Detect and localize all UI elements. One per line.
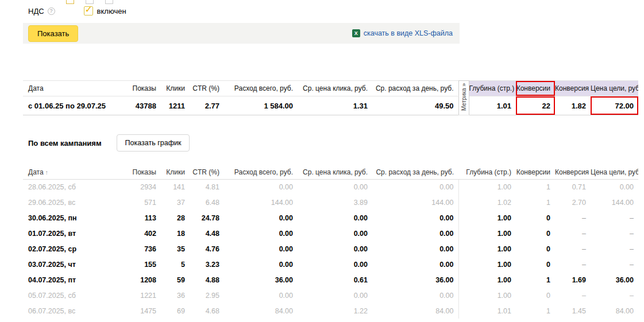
value-cell: – [591,210,638,226]
show-button[interactable]: Показать [28,25,78,42]
date-cell: 05.07.2025, сб [23,288,126,303]
value-cell: – [555,241,591,257]
help-icon[interactable]: ? [48,7,55,15]
detail-header-cell[interactable]: Расход всего, руб. [224,165,298,179]
value-cell: 18 [161,226,190,241]
value-cell: 144.00 [372,195,458,210]
value-cell: 0.00 [372,226,458,241]
summary-value-cell: 43788 [126,96,161,115]
value-cell: – [591,241,638,257]
summary-value-cell: 1 584.00 [224,96,298,115]
value-cell: 59 [161,272,190,288]
value-cell: 3.89 [298,195,372,210]
summary-value-cell: 49.50 [372,96,458,115]
cropped-checkbox[interactable] [105,0,113,4]
value-cell: 4.88 [190,272,224,288]
value-cell: 0.00 [298,241,372,257]
table-row: 29.06.2025, вс571376.48144.003.89144.001… [23,195,638,210]
xls-link-label: скачать в виде XLS-файла [364,29,453,37]
table-row: 03.07.2025, чт15553.230.000.000.001.000–… [23,257,638,272]
value-cell: 3.23 [190,257,224,272]
value-cell: 1.00 [458,210,516,226]
action-bar: Показать X скачать в виде XLS-файла [23,23,460,44]
value-cell: 571 [126,195,161,210]
value-cell: – [555,257,591,272]
value-cell: 0 [516,257,555,272]
detail-table: Дата↑ПоказыКликиCTR (%)Расход всего, руб… [23,165,638,319]
summary-value-cell: 22 [516,96,555,115]
show-chart-button[interactable]: Показать график [117,134,190,152]
summary-header-cell: CTR (%) [190,81,224,96]
value-cell: 0.00 [224,210,298,226]
detail-header-cell[interactable]: Клики [161,165,190,179]
xls-file-icon: X [352,29,360,37]
value-cell: 113 [126,210,161,226]
value-cell: 1.00 [458,179,516,195]
value-cell: 1 [516,272,555,288]
value-cell: 0.00 [372,288,458,303]
value-cell: 28 [161,210,190,226]
date-cell: 03.07.2025, чт [23,257,126,272]
detail-header-cell[interactable]: Дата↑ [23,165,126,179]
date-cell: 06.07.2025, вс [23,303,126,319]
detail-header-cell[interactable]: Конверсии [516,165,555,179]
detail-header-cell[interactable]: Глубина (стр.) [458,165,516,179]
value-cell: 0.61 [298,272,372,288]
summary-table: ДатаПоказыКликиCTR (%)Расход всего, руб.… [23,80,638,115]
summary-header-cell: Цена цели, руб.? [591,81,638,96]
metrika-tab-label: Метрика » [461,83,467,111]
detail-header-cell[interactable]: Конверсия (%) [555,165,591,179]
value-cell: 736 [126,241,161,257]
value-cell: 5 [161,257,190,272]
value-cell: 4.48 [190,226,224,241]
vat-checkbox[interactable]: ✓ включен [84,6,126,15]
detail-header-cell[interactable]: Цена цели, руб. [591,165,638,179]
value-cell: 84.00 [372,303,458,319]
value-cell: – [591,288,638,303]
value-cell: 0 [516,288,555,303]
value-cell: 1.00 [458,257,516,272]
value-cell: 1.22 [298,303,372,319]
value-cell: 155 [126,257,161,272]
detail-header-cell[interactable]: Показы [126,165,161,179]
table-row: 06.07.2025, вс1475694.6884.001.2284.001.… [23,303,638,319]
detail-header-cell[interactable]: Ср. расход за день, руб. [372,165,458,179]
check-icon: ✓ [85,4,92,15]
checkbox-box[interactable]: ✓ [84,6,93,15]
value-cell: 0.00 [298,226,372,241]
value-cell: – [591,257,638,272]
value-cell: 0.00 [298,257,372,272]
cropped-checkbox[interactable] [86,0,94,4]
detail-header-cell[interactable]: CTR (%) [190,165,224,179]
value-cell: 0.00 [298,179,372,195]
cropped-checkbox[interactable] [66,0,74,4]
vat-row: НДС ? ✓ включен [28,6,126,15]
date-cell: 28.06.2025, сб [23,179,126,195]
value-cell: 1475 [126,303,161,319]
value-cell: 24.78 [190,210,224,226]
value-cell: 36.00 [224,272,298,288]
value-cell: 36.00 [372,272,458,288]
summary-value-cell: 2.77 [190,96,224,115]
summary-header-cell: Ср. расход за день, руб. [372,81,458,96]
table-row: 01.07.2025, вт402184.480.000.000.001.000… [23,226,638,241]
metrika-tab[interactable]: Метрика » [458,81,469,115]
date-cell: 30.06.2025, пн [23,210,126,226]
vat-label: НДС [28,7,44,15]
value-cell: 2.70 [555,195,591,210]
date-cell: 29.06.2025, вс [23,195,126,210]
value-cell: 1.00 [458,288,516,303]
detail-table-body: 28.06.2025, сб29341414.810.000.000.001.0… [23,179,638,319]
table-row: 04.07.2025, пт1208594.8836.000.6136.001.… [23,272,638,288]
value-cell: – [591,226,638,241]
value-cell: 0 [516,241,555,257]
value-cell: 1 [516,303,555,319]
vat-checkbox-label: включен [97,7,126,15]
value-cell: 0.00 [372,241,458,257]
value-cell: 0.00 [298,288,372,303]
detail-header-cell[interactable]: Ср. цена клика, руб. [298,165,372,179]
table-row: 02.07.2025, ср736354.760.000.000.001.000… [23,241,638,257]
value-cell: 0 [516,226,555,241]
xls-download-link[interactable]: X скачать в виде XLS-файла [352,29,453,37]
value-cell: 0.00 [591,179,638,195]
